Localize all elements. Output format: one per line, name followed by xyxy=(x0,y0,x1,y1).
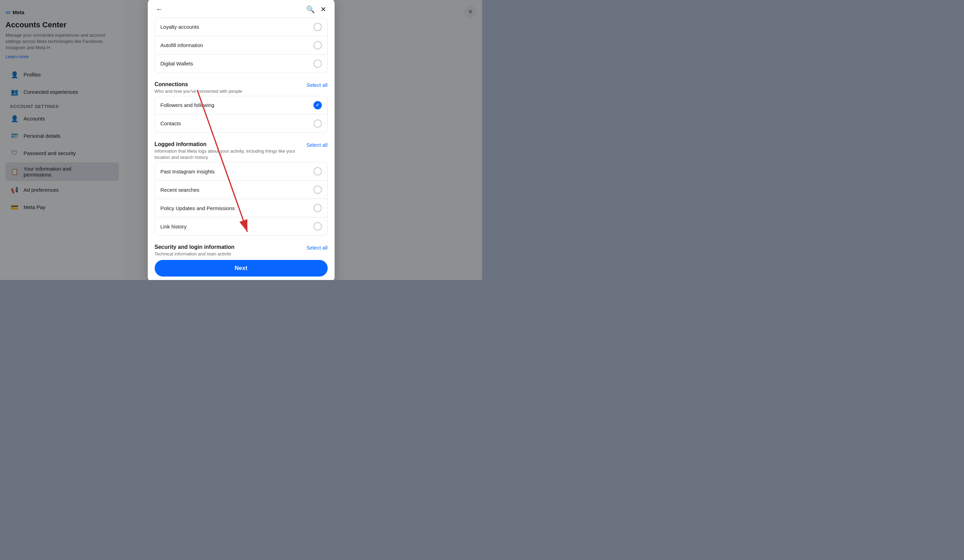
digital-wallets-label: Digital Wallets xyxy=(161,60,193,67)
connections-title: Connections xyxy=(155,81,242,88)
item-row-followers: Followers and following xyxy=(155,96,327,114)
item-row-loyalty: Loyalty accounts xyxy=(155,18,327,36)
followers-label: Followers and following xyxy=(161,102,215,108)
next-button[interactable]: Next xyxy=(155,260,328,277)
connections-card: Followers and following Contacts xyxy=(155,96,328,133)
link-history-radio[interactable] xyxy=(313,222,322,231)
instagram-insights-radio[interactable] xyxy=(313,167,322,176)
modal: ← 🔍 ✕ Loyalty accounts A xyxy=(148,0,335,280)
loyalty-label: Loyalty accounts xyxy=(161,24,199,30)
logged-info-card: Past Instagram Insights Recent searches … xyxy=(155,162,328,236)
modal-scroll-area[interactable]: Loyalty accounts Autofill information Di… xyxy=(148,18,335,256)
policy-updates-label: Policy Updates and Permissions xyxy=(161,205,235,211)
item-row-recent-searches: Recent searches xyxy=(155,181,327,199)
top-partial-card: Loyalty accounts Autofill information Di… xyxy=(155,18,328,73)
modal-search-button[interactable]: 🔍 xyxy=(305,4,316,15)
modal-header-right: 🔍 ✕ xyxy=(305,4,328,15)
back-icon: ← xyxy=(156,5,163,13)
logged-info-desc: Information that Meta logs about your ac… xyxy=(155,148,306,161)
loyalty-radio[interactable] xyxy=(313,23,322,31)
search-icon: 🔍 xyxy=(306,5,315,13)
contacts-label: Contacts xyxy=(161,120,181,126)
item-row-autofill: Autofill information xyxy=(155,36,327,55)
modal-footer: Next xyxy=(148,256,335,280)
autofill-radio[interactable] xyxy=(313,41,322,49)
item-row-instagram-insights: Past Instagram Insights xyxy=(155,162,327,181)
policy-updates-radio[interactable] xyxy=(313,204,322,212)
modal-close-button[interactable]: ✕ xyxy=(319,4,328,15)
autofill-label: Autofill information xyxy=(161,42,203,48)
item-row-contacts: Contacts xyxy=(155,114,327,133)
item-row-link-history: Link history xyxy=(155,217,327,235)
modal-header: ← 🔍 ✕ xyxy=(148,0,335,18)
followers-radio[interactable] xyxy=(313,101,322,109)
logged-info-select-all[interactable]: Select all xyxy=(306,141,328,148)
digital-wallets-radio[interactable] xyxy=(313,60,322,68)
logged-info-section-header: Logged information Information that Meta… xyxy=(148,138,335,162)
item-row-policy-updates: Policy Updates and Permissions xyxy=(155,199,327,217)
connections-desc: Who and how you've connected with people xyxy=(155,88,242,94)
modal-header-left: ← xyxy=(155,4,164,15)
close-icon: ✕ xyxy=(321,5,326,13)
security-desc: Technical information and login activity xyxy=(155,251,234,256)
modal-overlay: ← 🔍 ✕ Loyalty accounts A xyxy=(0,0,482,280)
connections-select-all[interactable]: Select all xyxy=(306,81,328,88)
recent-searches-radio[interactable] xyxy=(313,186,322,194)
security-select-all[interactable]: Select all xyxy=(306,244,328,251)
contacts-radio[interactable] xyxy=(313,119,322,128)
recent-searches-label: Recent searches xyxy=(161,187,200,193)
security-title: Security and login information xyxy=(155,244,234,250)
item-row-digital-wallets: Digital Wallets xyxy=(155,55,327,73)
logged-info-title: Logged information xyxy=(155,141,306,147)
modal-back-button[interactable]: ← xyxy=(155,4,164,15)
link-history-label: Link history xyxy=(161,224,187,230)
security-section-header: Security and login information Technical… xyxy=(148,241,335,256)
connections-section-header: Connections Who and how you've connected… xyxy=(148,78,335,96)
instagram-insights-label: Past Instagram Insights xyxy=(161,169,215,174)
